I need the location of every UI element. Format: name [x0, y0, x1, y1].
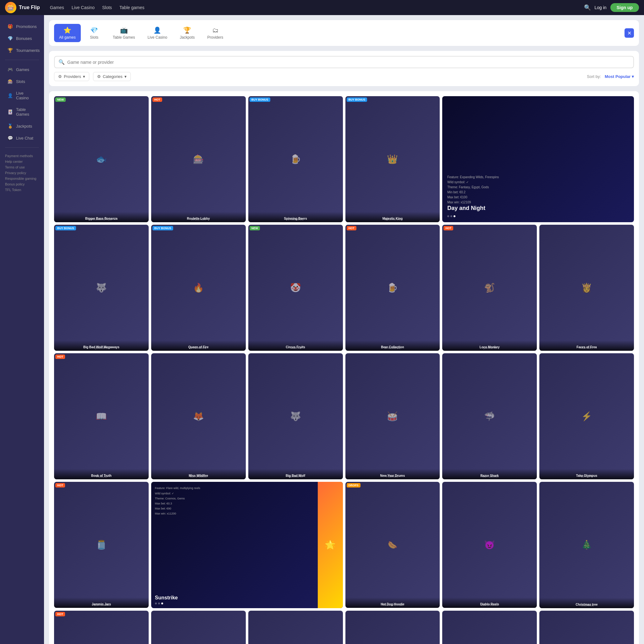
- logo-icon: 🎰: [5, 2, 16, 13]
- tab-live-casino[interactable]: 👤 Live Casino: [142, 24, 172, 42]
- signup-button[interactable]: Sign up: [610, 3, 639, 12]
- tab-providers[interactable]: 🗂 Providers: [202, 24, 228, 42]
- game-card[interactable]: 🐺 BUY BONUS Big Bad Wolf Megaways QUICKS…: [54, 225, 149, 351]
- game-card[interactable]: 🍺 BUY BONUS Spinning Beers SPINOMENAL: [248, 96, 343, 222]
- search-button[interactable]: 🔍: [584, 4, 591, 11]
- game-card[interactable]: 🎱 Roulette Live EVOLUTION: [442, 611, 537, 644]
- dot: [158, 603, 160, 604]
- game-card[interactable]: 🤡 NEW Circus Fruits TRUELAB: [248, 225, 343, 351]
- sidebar-item-jackpots[interactable]: 🏅 Jackpots: [3, 120, 41, 132]
- game-card[interactable]: 🐟 NEW Bigger Bass Bonanza PRAGMATIC PLAY: [54, 96, 149, 222]
- filter-bar: ⚙ Providers ▾ ⚙ Categories ▾ Sort by: Mo…: [54, 72, 634, 81]
- main-content: ⭐ All games 💎 Slots 📺 Table Games 👤 Live…: [44, 15, 644, 644]
- tab-all-games[interactable]: ⭐ All games: [54, 24, 81, 42]
- sidebar-item-live-casino[interactable]: 👤 Live Casino: [3, 88, 41, 103]
- game-card[interactable]: 🦊 Miss Wildfire ELK STUDIOS: [151, 353, 246, 479]
- game-card[interactable]: 🎰 HOT Roulette Lobby EVOLUTION: [151, 96, 246, 222]
- search-container: 🔍 ⚙ Providers ▾ ⚙ Categories ▾ Sort by: …: [49, 51, 639, 86]
- login-button[interactable]: Log in: [595, 5, 607, 10]
- featured-details: Feature: Expanding Wilds, Freespins Wild…: [447, 175, 629, 205]
- footer-link-help[interactable]: Help center: [5, 160, 39, 163]
- sidebar-item-live-chat[interactable]: 💬 Live Chat: [3, 132, 41, 144]
- game-card[interactable]: 🦈 Razor Shark PUSH GAMING: [442, 353, 537, 479]
- sidebar-item-table-games[interactable]: 🃏 Table Games: [3, 104, 41, 120]
- featured-card-sunstrike[interactable]: Feature: Flare wild, multiplying reels W…: [151, 482, 343, 608]
- game-card[interactable]: 👑 BUY BONUS Majestic King SPINOMENAL: [345, 96, 440, 222]
- game-provider: PUSH GAMING: [442, 475, 537, 478]
- search-input[interactable]: [67, 60, 630, 65]
- logo[interactable]: 🎰 True Flip: [5, 2, 40, 13]
- game-card[interactable]: 🎩 Monopoly Live EVOLUTION: [248, 611, 343, 644]
- filter-icon-2: ⚙: [97, 74, 101, 79]
- chevron-down-icon: ▾: [83, 74, 85, 79]
- footer-link-responsible[interactable]: Responsible gaming: [5, 177, 39, 180]
- game-card[interactable]: ⚡ Take Olympus BETSOFT: [539, 353, 634, 479]
- game-provider: SPINOMENAL: [248, 218, 343, 221]
- chevron-down-icon-2: ▾: [124, 74, 127, 79]
- game-card[interactable]: 👸 Faces of Frea PLAYNGO: [539, 225, 634, 351]
- slots-icon: 🎰: [8, 79, 13, 84]
- dot: [447, 215, 449, 217]
- sort-chevron-icon: ▾: [632, 74, 634, 79]
- sidebar-footer: Payment methods Help center Terms of use…: [0, 151, 44, 196]
- game-card[interactable]: 🥁 New Year Drums PLAYNGO: [345, 353, 440, 479]
- game-card[interactable]: 💎 Crystal Quest THUNDERKICK: [345, 611, 440, 644]
- game-card[interactable]: 📖 HOT Book of Truth TRUELAB: [54, 353, 149, 479]
- nav-link-slots[interactable]: Slots: [102, 5, 112, 10]
- sidebar-item-slots[interactable]: 🎰 Slots: [3, 76, 41, 87]
- search-bar: 🔍: [54, 56, 634, 68]
- footer-link-bonus[interactable]: Bonus policy: [5, 182, 39, 186]
- sidebar-item-bonuses[interactable]: 💎 Bonuses: [3, 33, 41, 44]
- game-badge-buy-bonus: BUY BONUS: [250, 97, 270, 102]
- game-card[interactable]: 😈 Diablo Reels ELK STUDIOS: [442, 482, 537, 608]
- tab-table-games[interactable]: 📺 Table Games: [108, 24, 140, 42]
- sidebar-item-tournaments[interactable]: 🏆 Tournaments: [3, 45, 41, 56]
- tab-slots[interactable]: 💎 Slots: [83, 24, 105, 42]
- category-tabs: ⭐ All games 💎 Slots 📺 Table Games 👤 Live…: [49, 20, 639, 46]
- game-card[interactable]: 🗿 Gonzo's Quest NETENT: [151, 611, 246, 644]
- game-card[interactable]: 🐺 Big Bad Wolf QUICKSPIN: [248, 353, 343, 479]
- game-badge-new: NEW: [55, 97, 66, 102]
- footer-link-privacy[interactable]: Privacy policy: [5, 171, 39, 175]
- live-chat-icon: 💬: [8, 135, 13, 140]
- promotions-icon: 🎁: [8, 24, 13, 29]
- sidebar-divider: [5, 60, 39, 60]
- sidebar-item-games[interactable]: 🎮 Games: [3, 64, 41, 75]
- featured-card-day-night[interactable]: Feature: Expanding Wilds, Freespins Wild…: [442, 96, 634, 222]
- sort-value[interactable]: Most Popular ▾: [605, 74, 634, 79]
- game-provider: QUICKSPIN: [54, 347, 149, 350]
- game-card[interactable]: 🐒 HOT Loco Monkey QUICKSPIN: [442, 225, 537, 351]
- game-card[interactable]: 🦎 HOT Multifly YGGDRASIL: [54, 611, 149, 644]
- dot: [450, 215, 452, 217]
- nav-link-live-casino[interactable]: Live Casino: [72, 5, 95, 10]
- game-card[interactable]: 🔥 BUY BONUS Queen of Fire SPINOMENAL: [151, 225, 246, 351]
- footer-link-tfl[interactable]: TFL Token: [5, 188, 39, 192]
- game-badge: BUY BONUS: [152, 226, 173, 230]
- top-nav-right: 🔍 Log in Sign up: [584, 3, 639, 12]
- sunstrike-details: Feature: Flare wild, multiplying reels W…: [155, 486, 314, 516]
- game-badge-hot: HOT: [152, 97, 162, 102]
- footer-link-terms[interactable]: Terms of use: [5, 165, 39, 169]
- game-card-christmas-2[interactable]: 🎄 Christmas tree YGGDRASIL: [539, 611, 634, 644]
- game-card[interactable]: 🌭 DROPS Hot Dog Hoodie PRAGMATIC PLAY: [345, 482, 440, 608]
- tournaments-icon: 🏆: [8, 48, 13, 53]
- categories-filter[interactable]: ⚙ Categories ▾: [93, 72, 131, 81]
- game-card[interactable]: 🍺 HOT Beer Collection SPINOMENAL: [345, 225, 440, 351]
- dot-active: [161, 603, 163, 604]
- close-button[interactable]: ✕: [625, 28, 634, 38]
- game-card[interactable]: 🫙 HOT Jammin Jars PUSH GAMING: [54, 482, 149, 608]
- game-badge: NEW: [250, 226, 260, 230]
- game-provider: SPINOMENAL: [345, 347, 440, 350]
- search-icon: 🔍: [58, 59, 65, 65]
- bonuses-icon: 💎: [8, 36, 13, 41]
- game-card-christmas-1[interactable]: 🎄 Christmas tree YGGDRASIL: [539, 482, 634, 608]
- footer-link-payment[interactable]: Payment methods: [5, 154, 39, 158]
- tab-jackpots[interactable]: 🏆 Jackpots: [175, 24, 200, 42]
- game-provider: TRUELAB: [54, 475, 149, 478]
- nav-link-table-games[interactable]: Table games: [119, 5, 144, 10]
- providers-filter[interactable]: ⚙ Providers ▾: [54, 72, 89, 81]
- sidebar-item-promotions[interactable]: 🎁 Promotions: [3, 21, 41, 32]
- game-provider: QUICKSPIN: [442, 347, 537, 350]
- nav-link-games[interactable]: Games: [50, 5, 64, 10]
- slots-tab-icon: 💎: [90, 26, 98, 34]
